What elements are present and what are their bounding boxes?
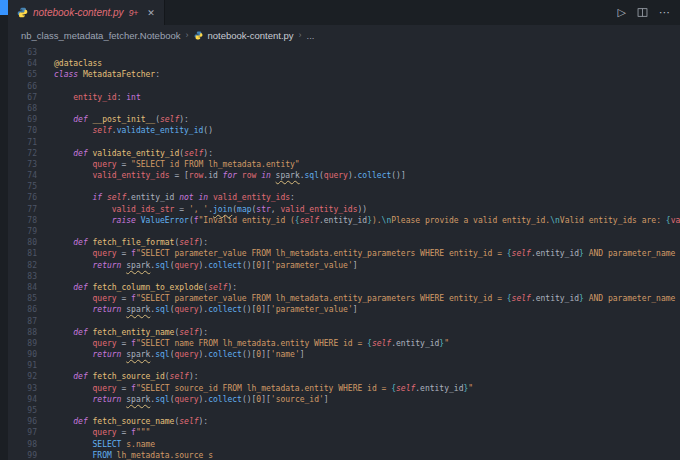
code-token: FROM — [93, 451, 112, 460]
code-line[interactable] — [54, 360, 680, 371]
code-token: ', ' — [189, 205, 208, 214]
breadcrumb-notebook[interactable]: nb_class_metadata_fetcher.Notebook — [21, 30, 181, 41]
code-token: ()[ — [242, 350, 256, 359]
code-line[interactable]: class MetadataFetcher: — [54, 69, 680, 80]
code-token: " — [468, 384, 473, 393]
code-line[interactable]: query = f"SELECT parameter_value FROM lh… — [54, 293, 680, 304]
code-line[interactable]: entity_id: int — [54, 92, 680, 103]
code-token: fetch_file_format — [93, 238, 175, 247]
split-editor-icon[interactable] — [637, 7, 648, 18]
code-line[interactable]: valid_ids_str = ', '.join(map(str, valid… — [54, 204, 680, 215]
code-line[interactable] — [54, 81, 680, 92]
code-token: ): — [189, 372, 199, 381]
code-line[interactable] — [54, 316, 680, 327]
code-line[interactable]: return spark.sql(query).collect()[0]['pa… — [54, 304, 680, 315]
code-token: query — [93, 249, 117, 258]
code-token: for — [223, 171, 237, 180]
code-line[interactable] — [54, 103, 680, 114]
python-icon — [194, 31, 203, 40]
code-line[interactable]: if self.entity_id not in valid_entity_id… — [54, 192, 680, 203]
code-line[interactable]: def __post_init__(self): — [54, 114, 680, 125]
code-token: self — [208, 283, 227, 292]
python-icon — [17, 7, 28, 18]
code-token: return — [93, 261, 127, 270]
code-token — [54, 171, 93, 180]
code-token — [54, 451, 93, 460]
code-token: ). — [372, 216, 382, 225]
code-line[interactable]: FROM lh_metadata.source s — [54, 450, 680, 460]
run-button[interactable]: ▷ — [618, 6, 626, 19]
line-number: 67 — [8, 92, 37, 103]
code-token: """ — [136, 428, 150, 437]
code-area[interactable]: @dataclassclass MetadataFetcher: entity_… — [44, 47, 680, 460]
code-token: \n — [550, 216, 560, 225]
code-line[interactable]: return spark.sql(query).collect()[0]['na… — [54, 349, 680, 360]
code-line[interactable] — [54, 271, 680, 282]
code-line[interactable] — [54, 137, 680, 148]
line-number: 99 — [8, 450, 37, 460]
code-line[interactable]: @dataclass — [54, 58, 680, 69]
code-line[interactable]: return spark.sql(query).collect()[0]['pa… — [54, 260, 680, 271]
code-line[interactable]: def fetch_column_to_explode(self): — [54, 282, 680, 293]
code-line[interactable] — [54, 181, 680, 192]
line-number: 71 — [8, 137, 37, 148]
code-token: self — [179, 417, 198, 426]
tab-title: notebook-content.py — [33, 7, 124, 18]
code-token — [54, 395, 93, 404]
code-token: ()[ — [242, 305, 256, 314]
line-number: 66 — [8, 81, 37, 92]
code-token — [54, 350, 93, 359]
code-token: row — [242, 171, 256, 180]
code-line[interactable]: def fetch_source_id(self): — [54, 371, 680, 382]
code-token: self — [160, 115, 179, 124]
code-token: ). — [348, 171, 358, 180]
line-number: 87 — [8, 316, 37, 327]
code-line[interactable]: def fetch_source_name(self): — [54, 416, 680, 427]
code-line[interactable]: query = f"SELECT source_id FROM lh_metad… — [54, 383, 680, 394]
code-line[interactable] — [54, 226, 680, 237]
code-line[interactable]: query = f"SELECT parameter_value FROM lh… — [54, 248, 680, 259]
more-actions-icon[interactable]: ⋯ — [659, 6, 670, 19]
code-line[interactable]: return spark.sql(query).collect()[0]['so… — [54, 394, 680, 405]
code-token: ValueError — [141, 216, 189, 225]
code-token: ] — [353, 261, 358, 270]
code-token: = — [117, 249, 131, 258]
code-token: sql — [155, 350, 169, 359]
code-line[interactable]: valid_entity_ids = [row.id for row in sp… — [54, 170, 680, 181]
code-token: def — [73, 283, 92, 292]
code-line[interactable]: self.validate_entity_id() — [54, 125, 680, 136]
code-line[interactable]: raise ValueError(f"Invalid entity_id ({s… — [54, 215, 680, 226]
code-token: spark — [126, 305, 150, 314]
code-line[interactable]: def validate_entity_id(self): — [54, 148, 680, 159]
code-token: 'name' — [271, 350, 300, 359]
line-number: 64 — [8, 58, 37, 69]
code-line[interactable]: def fetch_file_format(self): — [54, 237, 680, 248]
code-token: fetch_column_to_explode — [93, 283, 204, 292]
breadcrumb-file[interactable]: notebook-content.py — [208, 30, 294, 41]
code-token: .entity_id — [319, 216, 367, 225]
code-token: raise — [112, 216, 141, 225]
code-token: return — [93, 350, 127, 359]
code-token: sql — [155, 261, 169, 270]
breadcrumb-symbol[interactable]: ... — [307, 30, 315, 41]
code-line[interactable] — [54, 405, 680, 416]
line-number: 97 — [8, 427, 37, 438]
editor[interactable]: 6364656667686970717273747576777879808182… — [8, 45, 680, 460]
problems-badge: 9+ — [129, 8, 139, 18]
code-line[interactable]: query = f"SELECT name FROM lh_metadata.e… — [54, 338, 680, 349]
code-line[interactable] — [54, 47, 680, 58]
code-token — [54, 126, 93, 135]
close-icon[interactable]: ✕ — [147, 8, 155, 18]
code-token: , — [271, 205, 281, 214]
code-line[interactable]: query = "SELECT id FROM lh_metadata.enti… — [54, 159, 680, 170]
left-edge-strip — [0, 0, 8, 460]
code-token: self — [372, 339, 391, 348]
tab-notebook-content[interactable]: notebook-content.py 9+ ✕ — [8, 0, 165, 25]
code-line[interactable]: def fetch_entity_name(self): — [54, 327, 680, 338]
line-number: 73 — [8, 159, 37, 170]
code-line[interactable]: query = f""" — [54, 427, 680, 438]
code-token: "SELECT source_id FROM lh_metadata.entit… — [136, 384, 391, 393]
code-line[interactable]: SELECT s.name — [54, 439, 680, 450]
code-token: sql — [155, 305, 169, 314]
code-token: ][ — [261, 395, 271, 404]
